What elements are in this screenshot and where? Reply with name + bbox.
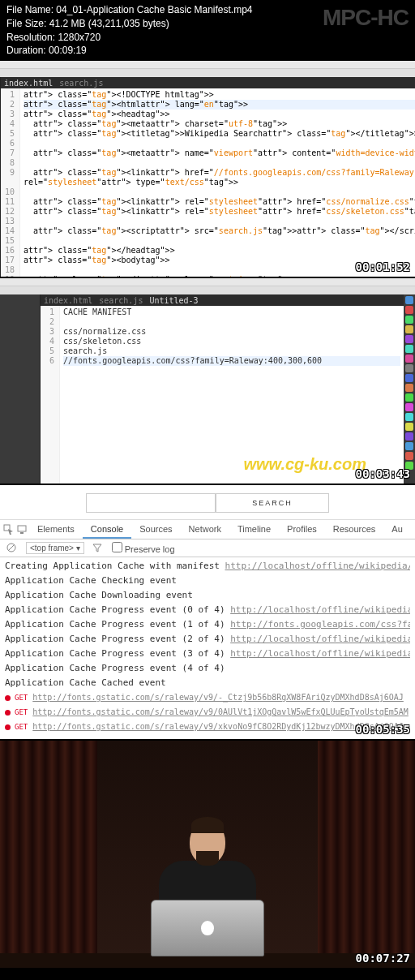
tab-search-js[interactable]: search.js [59, 79, 103, 88]
dock-app-icon[interactable] [405, 374, 413, 382]
tab-bar[interactable]: index.html search.js [1, 77, 415, 88]
dock-app-icon[interactable] [405, 316, 413, 324]
dock-app-icon[interactable] [405, 432, 413, 441]
console-line: Application Cache Progress event (1 of 4… [5, 617, 410, 632]
tab-bar[interactable]: index.html search.js Untitled-3 [41, 294, 404, 306]
presenter-screenshot: 00:07:27 [0, 741, 415, 968]
timestamp-1: 00:01:52 [356, 260, 410, 273]
line-gutter: 123456 [41, 306, 60, 484]
timestamp-2: 00:03:43 [356, 467, 410, 480]
mac-menubar [0, 278, 415, 286]
resolution-value: 1280x720 [58, 32, 101, 43]
tab-untitled-3[interactable]: Untitled-3 [149, 296, 198, 305]
frame-selector[interactable]: <top frame> ▾ [26, 542, 84, 554]
file-sidebar[interactable] [0, 294, 41, 484]
laptop [151, 900, 264, 956]
duration-value: 00:09:19 [49, 45, 87, 56]
filesize-label: File Size: [6, 18, 46, 29]
dock-app-icon[interactable] [405, 364, 413, 372]
console-line: Creating Application Cache with manifest… [5, 559, 410, 574]
dock-app-icon[interactable] [405, 384, 413, 392]
curtain-right [318, 741, 415, 968]
filename-label: File Name: [6, 4, 53, 15]
wikipedia-search-bar: SEARCH [0, 485, 415, 520]
devtools-tab-console[interactable]: Console [83, 521, 131, 539]
tab-index-html[interactable]: index.html [4, 79, 53, 88]
devtools-tab-sources[interactable]: Sources [131, 521, 180, 539]
filesize-value: 41.2 MB (43,211,035 bytes) [49, 18, 169, 29]
dock-app-icon[interactable] [405, 403, 413, 411]
devtools-tab-elements[interactable]: Elements [29, 521, 83, 539]
devtools-tabs[interactable]: ElementsConsoleSourcesNetworkTimelinePro… [0, 520, 415, 539]
editor-screenshot-2: index.html search.js Untitled-3 123456 C… [0, 278, 415, 484]
console-line: Application Cache Checking event [5, 574, 410, 588]
dock-app-icon[interactable] [405, 393, 413, 402]
preserve-log-checkbox[interactable]: Preserve log [112, 542, 175, 554]
devtools-tab-resources[interactable]: Resources [325, 521, 384, 539]
file-info-overlay: MPC-HC File Name: 04_01-Application Cach… [0, 0, 415, 61]
mac-menubar [0, 61, 415, 69]
dock-app-icon[interactable] [405, 335, 413, 343]
dock-app-icon[interactable] [405, 325, 413, 333]
search-input[interactable] [86, 493, 216, 513]
inspect-icon[interactable] [3, 524, 15, 535]
dock-app-icon[interactable] [405, 423, 413, 431]
tab-index-html[interactable]: index.html [44, 296, 92, 305]
console-controls[interactable]: <top frame> ▾ Preserve log [0, 539, 415, 557]
dock-app-icon[interactable] [405, 413, 413, 421]
devtools-tab-timeline[interactable]: Timeline [229, 521, 279, 539]
console-get-line: GEThttp://fonts.gstatic.com/s/raleway/v9… [5, 705, 410, 720]
svg-rect-2 [20, 532, 24, 534]
line-gutter: 123456789 101112131415161718192021 [1, 88, 20, 277]
brackets-menubar [0, 286, 415, 294]
player-logo: MPC-HC [323, 2, 409, 33]
console-line: Application Cache Cached event [5, 676, 410, 690]
dock-app-icon[interactable] [405, 452, 413, 460]
console-line: Application Cache Progress event (0 of 4… [5, 603, 410, 617]
search-button[interactable]: SEARCH [216, 493, 329, 513]
apple-logo-icon [201, 921, 214, 935]
dock-app-icon[interactable] [405, 345, 413, 353]
timestamp-4: 00:07:27 [356, 952, 410, 965]
clear-console-icon[interactable] [6, 543, 18, 554]
dock-app-icon[interactable] [405, 306, 413, 314]
editor-screenshot-1: index.html search.js 123456789 101112131… [0, 61, 415, 277]
duration-label: Duration: [6, 45, 46, 56]
console-line: Application Cache Progress event (2 of 4… [5, 632, 410, 647]
code-content[interactable]: attr"> class="tag"><!DOCTYPE htmltag">>a… [20, 88, 415, 277]
resolution-label: Resolution: [6, 32, 55, 43]
dock-app-icon[interactable] [405, 442, 413, 450]
dock-app-icon[interactable] [405, 355, 413, 363]
devtools-tab-profiles[interactable]: Profiles [279, 521, 325, 539]
right-dock [404, 294, 415, 484]
devtools-screenshot: SEARCH ElementsConsoleSourcesNetworkTime… [0, 485, 415, 739]
watermark: www.cg-ku.com [243, 455, 366, 474]
console-line: Application Cache Progress event (4 of 4… [5, 661, 410, 676]
device-icon[interactable] [16, 524, 28, 535]
dock-app-icon[interactable] [405, 296, 413, 304]
console-line: Application Cache Progress event (3 of 4… [5, 647, 410, 661]
console-line: Application Cache Downloading event [5, 588, 410, 603]
filter-icon[interactable] [92, 543, 104, 554]
console-get-line: GEThttp://fonts.gstatic.com/s/raleway/v9… [5, 720, 410, 734]
svg-line-4 [8, 544, 15, 551]
svg-rect-1 [18, 526, 26, 531]
brackets-menubar [0, 69, 415, 77]
tab-search-js[interactable]: search.js [99, 296, 143, 305]
timestamp-3: 00:05:35 [356, 723, 410, 736]
console-get-line: GEThttp://fonts.gstatic.com/s/raleway/v9… [5, 690, 410, 705]
filename-value: 04_01-Application Cache Basic Manifest.m… [56, 4, 252, 15]
code-editor[interactable]: 123456789 101112131415161718192021 attr"… [1, 88, 415, 277]
curtain-left [0, 741, 97, 968]
devtools-tab-network[interactable]: Network [181, 521, 229, 539]
devtools-tab-au[interactable]: Au [383, 521, 410, 539]
console-output[interactable]: Creating Application Cache with manifest… [0, 557, 415, 736]
